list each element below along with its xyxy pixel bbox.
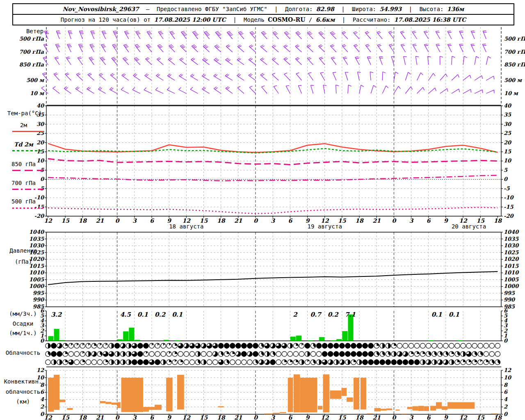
run-time: 17.08.2025 12:00 UTC xyxy=(154,16,226,23)
svg-text:500 м: 500 м xyxy=(504,77,523,83)
svg-text:0: 0 xyxy=(504,338,508,344)
svg-text:15: 15 xyxy=(61,414,70,420)
svg-text:18: 18 xyxy=(494,217,502,224)
separator: | xyxy=(338,16,349,23)
latitude-label: Широта: xyxy=(352,6,376,12)
precip-unit-1h: (мм/1ч.) xyxy=(2,330,43,336)
longitude-value: 82.98 xyxy=(316,6,334,12)
svg-text:0.1: 0.1 xyxy=(137,311,148,318)
wind-barbs-row-0 xyxy=(44,31,487,39)
wind-barbs-row-1 xyxy=(44,44,486,52)
svg-text:-10: -10 xyxy=(504,194,514,201)
time-axis-mid: 1215182103691215182103691215182103691215… xyxy=(44,216,502,230)
convective-panel: 121210108866442200 xyxy=(37,367,512,417)
svg-text:0: 0 xyxy=(504,176,508,182)
header-forecast-row: Прогноз на 120 часа(ов) от 17.08.2025 12… xyxy=(13,14,514,25)
svg-text:-5: -5 xyxy=(504,185,510,192)
svg-text:6: 6 xyxy=(427,414,431,420)
svg-text:10: 10 xyxy=(504,158,512,164)
latitude-value: 54.993 xyxy=(379,6,402,12)
svg-text:1035: 1035 xyxy=(504,236,519,242)
svg-text:0.2: 0.2 xyxy=(328,311,339,318)
temp-legend-2m-line xyxy=(12,131,43,132)
svg-text:40: 40 xyxy=(37,103,45,109)
svg-text:0.2: 0.2 xyxy=(155,311,166,318)
temp-legend-850: 850 гПа xyxy=(4,161,43,167)
svg-text:6: 6 xyxy=(150,217,154,224)
temp-legend-td-line xyxy=(12,150,43,151)
svg-text:1015: 1015 xyxy=(504,263,519,269)
separator: | xyxy=(229,16,240,23)
svg-text:18: 18 xyxy=(217,414,226,420)
svg-text:15: 15 xyxy=(200,414,208,420)
time-axis-bottom: 1215182103691215182103691215182103691215… xyxy=(44,414,502,420)
svg-text:-20: -20 xyxy=(34,213,45,219)
temp-legend-2m: 2м xyxy=(4,122,43,128)
conv-title-1: Конвективн. xyxy=(1,378,45,385)
svg-text:15: 15 xyxy=(504,148,511,155)
wind-barbs-row-3 xyxy=(43,72,494,80)
cloud-panel-title: Облачность xyxy=(1,349,45,356)
svg-text:21: 21 xyxy=(234,217,242,224)
svg-text:6: 6 xyxy=(288,217,292,224)
temp-legend-500: 500 гПа xyxy=(4,198,43,205)
svg-text:3: 3 xyxy=(132,217,137,224)
wind-panel: 500 гПа500 гПа700 гПа700 гПа850 гПа850 г… xyxy=(19,27,525,105)
svg-text:10 м: 10 м xyxy=(504,90,519,96)
svg-text:21: 21 xyxy=(234,414,242,420)
svg-text:9: 9 xyxy=(444,414,448,420)
svg-text:18: 18 xyxy=(217,217,226,224)
pressure-unit: (гПа) xyxy=(3,258,43,265)
forecast-prefix: Прогноз на 120 часа(ов) от xyxy=(61,16,151,23)
model-resolution: 6.6км xyxy=(316,16,335,23)
svg-text:5: 5 xyxy=(504,167,508,173)
svg-text:2: 2 xyxy=(504,404,508,410)
svg-text:40: 40 xyxy=(504,103,512,109)
altitude-label: Высота: xyxy=(419,6,443,12)
svg-text:12: 12 xyxy=(44,217,52,224)
wind-panel-title: Ветер xyxy=(21,28,49,34)
svg-text:20 августа: 20 августа xyxy=(452,223,486,230)
svg-text:7.1: 7.1 xyxy=(345,311,356,318)
svg-text:21: 21 xyxy=(372,217,381,224)
svg-text:12: 12 xyxy=(459,414,468,420)
provided-by: Предоставлено ФГБУ "ЗапСиб УГМС" xyxy=(157,6,267,12)
svg-text:9: 9 xyxy=(444,217,448,224)
svg-text:18: 18 xyxy=(494,414,502,420)
conv-title-2: облачность xyxy=(1,388,45,395)
svg-text:0.1: 0.1 xyxy=(449,311,459,318)
svg-text:0: 0 xyxy=(253,414,258,420)
svg-text:4: 4 xyxy=(504,396,508,402)
svg-text:3: 3 xyxy=(409,414,414,420)
computed-time: 17.08.2025 16:38 UTC xyxy=(394,16,466,23)
model-label: Модель xyxy=(244,16,265,23)
svg-text:0: 0 xyxy=(504,411,508,417)
temp-panel-title: Тем-ра(°C) xyxy=(4,110,45,116)
header-dash: — xyxy=(142,6,153,12)
pressure-title: Давление xyxy=(3,247,43,254)
meteogram-chart: 500 гПа500 гПа700 гПа700 гПа850 гПа850 г… xyxy=(0,0,525,420)
conv-title-3: (км) xyxy=(1,398,45,405)
svg-text:6: 6 xyxy=(150,414,154,420)
svg-text:700 гПа: 700 гПа xyxy=(504,49,525,55)
svg-text:35: 35 xyxy=(504,112,511,118)
svg-text:0.1: 0.1 xyxy=(172,311,183,318)
svg-text:6: 6 xyxy=(288,414,292,420)
temp-legend-850-line xyxy=(12,170,43,171)
svg-text:990: 990 xyxy=(504,297,516,303)
station-name: Nov_Novosibirsk_29637 xyxy=(63,6,139,12)
svg-text:1040: 1040 xyxy=(504,229,519,235)
svg-text:3: 3 xyxy=(271,414,275,420)
meteogram-screen: Nov_Novosibirsk_29637 — Предоставлено ФГ… xyxy=(0,0,525,420)
svg-text:15: 15 xyxy=(338,414,347,420)
svg-text:0: 0 xyxy=(115,217,120,224)
pressure-panel: 1040104010351035103010301025102510201020… xyxy=(29,229,519,310)
svg-text:6: 6 xyxy=(504,389,508,395)
svg-text:500 гПа: 500 гПа xyxy=(19,36,44,42)
precip-title: Осадки xyxy=(2,320,43,327)
svg-text:18: 18 xyxy=(79,414,87,420)
precip-unit-3h: (мм/3ч.) xyxy=(2,310,43,317)
svg-text:9: 9 xyxy=(306,414,310,420)
separator: | xyxy=(405,6,416,12)
header-box: Nov_Novosibirsk_29637 — Предоставлено ФГ… xyxy=(12,3,514,25)
